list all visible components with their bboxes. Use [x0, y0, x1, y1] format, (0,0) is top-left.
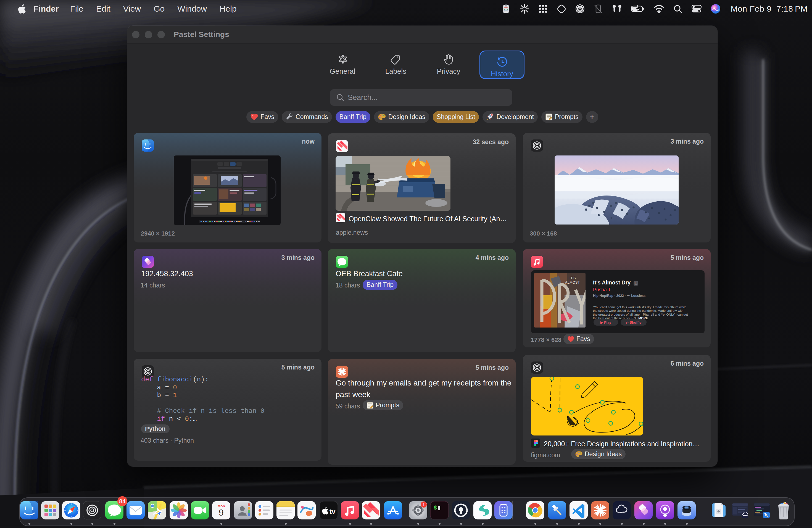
svg-text:1: 1	[423, 502, 425, 507]
svg-text:ALMOST: ALMOST	[565, 280, 580, 284]
svg-text:9: 9	[219, 508, 224, 517]
svg-text:IT'S: IT'S	[569, 276, 576, 280]
svg-text:$: $	[434, 505, 437, 511]
svg-text:tv: tv	[330, 508, 336, 515]
